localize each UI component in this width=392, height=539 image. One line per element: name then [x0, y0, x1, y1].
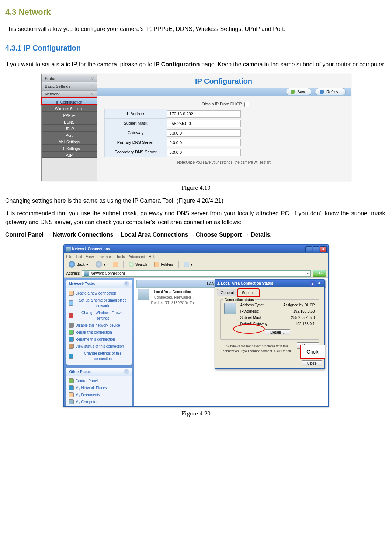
menu-item[interactable]: Edit — [76, 254, 82, 259]
help-button[interactable]: ? — [310, 281, 316, 286]
address-box[interactable]: Network Connections ▾ — [82, 270, 311, 277]
field-input[interactable] — [167, 149, 241, 156]
field-input[interactable] — [167, 120, 241, 127]
save-icon — [291, 90, 295, 94]
subsection-intro: If you want to set a static IP for the c… — [5, 60, 387, 69]
status-row: Subnet Mask:255.255.255.0 — [240, 314, 316, 321]
chevron-down-icon: ▽ — [91, 84, 94, 89]
dialog-close-button[interactable]: × — [316, 281, 322, 286]
sidebar-item[interactable]: Network▽ — [42, 90, 97, 98]
forward-icon — [96, 261, 102, 268]
menu-item[interactable]: Favorites — [97, 254, 112, 259]
search-icon — [129, 262, 134, 267]
nav-path: Control Panel → Network Connections →Loc… — [5, 230, 387, 239]
xp-sidebar: Network Tasks⌃ Create a new connectionSe… — [64, 278, 134, 407]
dhcp-checkbox[interactable] — [244, 102, 249, 107]
menu-item[interactable]: View — [86, 254, 94, 259]
task-link[interactable]: Disable this network device — [69, 322, 131, 329]
refresh-label: Refresh — [326, 89, 341, 95]
figure-419-caption: Figure 4.19 — [5, 183, 387, 193]
address-label: Address — [66, 271, 80, 276]
form-row: Gateway — [104, 129, 343, 138]
camera-admin-ui: Status▽Basic Settings▽Network▽IP Configu… — [41, 74, 351, 181]
views-button[interactable]: ▾ — [182, 261, 195, 268]
go-button[interactable]: → Go — [313, 270, 326, 277]
field-input[interactable] — [167, 139, 241, 146]
dialog-title: ⊥ Local Area Connection Status — [217, 281, 274, 286]
task-icon — [69, 313, 74, 318]
minimize-button[interactable]: _ — [305, 246, 312, 252]
tab-general[interactable]: General — [217, 289, 238, 296]
mid-p1: Changing settings here is the same as us… — [5, 197, 387, 205]
sidebar-subitem[interactable]: Port — [42, 131, 97, 138]
help-text: Windows did not detect problems with thi… — [220, 344, 295, 354]
menu-item[interactable]: Advanced — [129, 254, 145, 259]
task-link[interactable]: Change Windows Firewall settings — [69, 309, 131, 322]
dialog-footer: Close — [215, 359, 324, 368]
task-icon — [69, 300, 73, 306]
close-button[interactable]: Close — [302, 360, 322, 366]
sidebar: Status▽Basic Settings▽Network▽IP Configu… — [42, 74, 97, 181]
up-button[interactable] — [111, 261, 120, 268]
page-title: IP Configuration — [97, 74, 351, 88]
sidebar-subitem[interactable]: DDNS — [42, 118, 97, 125]
status-rows: Address Type:Assigned by DHCPIP Address:… — [240, 302, 316, 327]
status-dialog: ⊥ Local Area Connection Status ?× Genera… — [215, 279, 325, 369]
address-dropdown-icon[interactable]: ▾ — [307, 271, 309, 276]
menu-item[interactable]: Help — [149, 254, 156, 259]
menu-item[interactable]: Tools — [116, 254, 125, 259]
task-link[interactable]: Create a new connection — [69, 290, 131, 297]
main-panel: IP Configuration Save Refresh Obtain IP … — [97, 74, 351, 181]
sidebar-subitem[interactable]: Wireless Settings — [42, 105, 97, 111]
network-tasks-header[interactable]: Network Tasks⌃ — [66, 280, 132, 288]
task-link[interactable]: Repair this connection — [69, 329, 131, 336]
sidebar-subitem[interactable]: P2P — [42, 151, 97, 158]
field-input[interactable] — [167, 129, 241, 137]
place-link[interactable]: Control Panel — [69, 378, 131, 385]
folders-button[interactable]: Folders — [152, 261, 175, 268]
place-link[interactable]: My Computer — [69, 399, 131, 406]
task-link[interactable]: Set up a home or small office network — [69, 297, 131, 309]
refresh-button[interactable]: Refresh — [315, 88, 346, 96]
status-key: Address Type: — [240, 302, 264, 308]
close-button[interactable]: × — [320, 246, 327, 252]
task-link[interactable]: Rename this connection — [69, 336, 131, 343]
menu-bar: FileEditViewFavoritesToolsAdvancedHelp — [64, 253, 328, 260]
task-link[interactable]: Change settings of this connection — [69, 350, 131, 362]
save-label: Save — [297, 89, 306, 95]
menu-item[interactable]: File — [66, 254, 72, 259]
sidebar-item[interactable]: Status▽ — [42, 75, 97, 82]
forward-button[interactable]: ▾ — [93, 260, 108, 268]
form-row: Primary DNS Server — [104, 138, 343, 147]
address-value: Network Connections — [90, 271, 125, 276]
sidebar-subitem[interactable]: PPPoE — [42, 111, 97, 118]
sidebar-subitem[interactable]: IP Configuration — [42, 98, 97, 105]
details-button[interactable]: Details... — [265, 329, 290, 335]
sidebar-subitem[interactable]: Mail Settings — [42, 138, 97, 145]
field-input[interactable] — [167, 110, 241, 118]
other-places-header[interactable]: Other Places⌃ — [66, 368, 132, 376]
window-title: Network Connections — [72, 246, 110, 252]
task-link[interactable]: View status of this connection — [69, 343, 131, 350]
other-places-panel: Other Places⌃ Control PanelMy Network Pl… — [66, 368, 132, 407]
search-button[interactable]: Search — [126, 261, 149, 268]
back-button[interactable]: Back ▾ — [66, 260, 90, 268]
form-row: Subnet Mask — [104, 119, 343, 128]
place-icon — [69, 385, 74, 390]
dhcp-label: Obtain IP From DHCP — [202, 102, 242, 106]
form-row: IP Address — [104, 109, 343, 118]
search-label: Search — [135, 262, 147, 267]
xp-body: Network Tasks⌃ Create a new connectionSe… — [64, 278, 328, 407]
place-link[interactable]: My Network Places — [69, 385, 131, 392]
xp-content: LAN or High-Speed Internet Local Area Co… — [134, 278, 328, 407]
tab-support[interactable]: Support — [238, 289, 259, 296]
sidebar-item[interactable]: Basic Settings▽ — [42, 83, 97, 90]
save-button[interactable]: Save — [286, 88, 311, 96]
task-icon — [69, 291, 74, 296]
place-link[interactable]: My Documents — [69, 392, 131, 399]
text-b: page. Keep the camera in the same subnet… — [200, 61, 385, 67]
sidebar-subitem[interactable]: FTP Settings — [42, 145, 97, 151]
sidebar-subitem[interactable]: UPnP — [42, 125, 97, 131]
maximize-button[interactable]: □ — [313, 246, 319, 252]
connection-icon — [138, 289, 149, 300]
